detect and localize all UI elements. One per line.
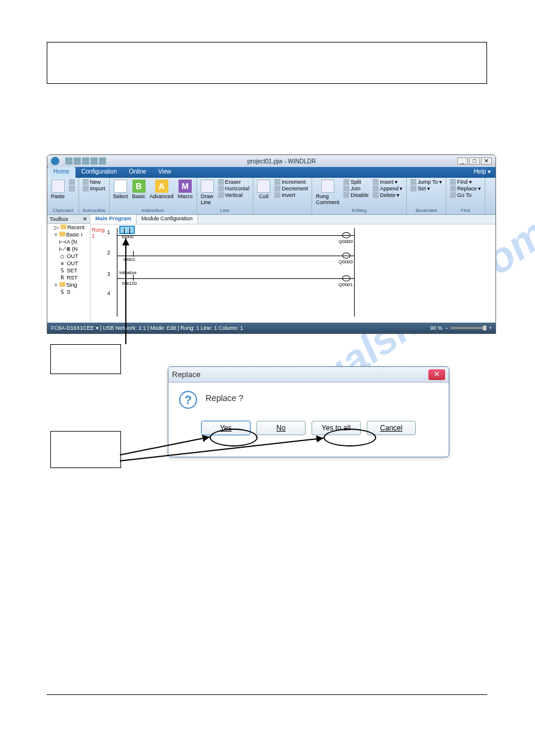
- status-text: FC6A-D16X1CEE ▾ | USB Network: 1:1 | Mod…: [51, 325, 243, 331]
- group-find-label: Find: [449, 207, 482, 213]
- import-button[interactable]: Import: [81, 186, 107, 192]
- qat-save-icon[interactable]: [65, 157, 72, 165]
- help-button[interactable]: Help ▾: [469, 167, 495, 178]
- find-button[interactable]: Find ▾: [449, 179, 482, 185]
- new-button[interactable]: New: [81, 179, 107, 185]
- increment-button[interactable]: Increment: [273, 179, 309, 185]
- contact-m8120[interactable]: M8120: [122, 275, 137, 283]
- group-subroutine-label: Subroutine: [81, 207, 107, 213]
- coil-q0001[interactable]: [342, 275, 350, 281]
- contact-label: I0000: [122, 234, 134, 239]
- toolbox-item[interactable]: R RST: [47, 274, 90, 281]
- toolbox-item-single[interactable]: ▿ Sing: [47, 281, 90, 289]
- invert-button[interactable]: Invert: [273, 192, 309, 198]
- rung-line: [117, 278, 354, 279]
- close-window-button[interactable]: ✕: [481, 157, 492, 165]
- dialog-close-button[interactable]: ✕: [428, 369, 445, 380]
- cut-button[interactable]: [68, 179, 76, 185]
- maximize-button[interactable]: □: [469, 157, 480, 165]
- split-button[interactable]: Split: [342, 179, 370, 185]
- zoom-in-button[interactable]: +: [489, 325, 492, 331]
- replace-icon: [450, 186, 456, 192]
- invert-icon: [274, 192, 280, 198]
- toolbox-item-basic[interactable]: ▿ Basic I: [47, 231, 90, 238]
- basic-button[interactable]: BBasic: [131, 179, 147, 200]
- disable-icon: [343, 192, 349, 198]
- new-icon: [83, 179, 89, 185]
- zoom-out-button[interactable]: −: [445, 325, 448, 331]
- qat-icon[interactable]: [99, 157, 106, 165]
- coil-label: Q0000: [338, 239, 353, 244]
- vertical-button[interactable]: Vertical: [217, 192, 251, 198]
- toolbox-item[interactable]: S S: [47, 289, 90, 296]
- jump-to-button[interactable]: Jump To ▾: [409, 179, 443, 185]
- insert-button[interactable]: Insert ▾: [371, 179, 404, 185]
- qat-icon[interactable]: [90, 157, 98, 165]
- toolbox-item[interactable]: ⊬⊣ B (N: [47, 245, 90, 253]
- rung-comment-button[interactable]: Rung Comment: [315, 179, 340, 206]
- group-coil-label: [256, 212, 309, 213]
- delete-button[interactable]: Delete ▾: [371, 192, 404, 198]
- ribbon: Paste Clipboard New Import Subroutine: [47, 178, 495, 215]
- group-bookmark-label: Bookmark: [409, 207, 443, 213]
- toolbox-item[interactable]: S SET: [47, 267, 90, 274]
- tab-main-program[interactable]: Main Program: [90, 215, 137, 224]
- set-bookmark-button[interactable]: Set ▾: [409, 186, 443, 192]
- tab-view[interactable]: View: [152, 167, 177, 178]
- yes-button[interactable]: Yes: [201, 421, 250, 435]
- tab-module-config[interactable]: Module Configuration: [137, 215, 198, 224]
- toolbox-item-recent[interactable]: ▷ Recent: [47, 224, 90, 231]
- find-icon: [450, 179, 456, 185]
- append-button[interactable]: Append ▾: [371, 186, 404, 192]
- rung-line: [117, 256, 354, 256]
- toolbox-panel: Toolbox✕ ▷ Recent ▿ Basic I ⊢⊣ A (N ⊬⊣ B…: [47, 215, 90, 323]
- select-button[interactable]: Select: [112, 179, 129, 200]
- paste-button[interactable]: Paste: [50, 179, 66, 200]
- tab-online[interactable]: Online: [123, 167, 152, 178]
- coil-q0000[interactable]: [342, 253, 350, 259]
- coil-outn-icon: ⊘: [59, 260, 65, 266]
- toolbox-close-icon[interactable]: ✕: [83, 216, 87, 222]
- yes-to-all-button[interactable]: Yes to all: [312, 421, 361, 435]
- app-window: project01.pjw - WINDLDR _ □ ✕ Home Confi…: [47, 154, 496, 334]
- replace-button[interactable]: Replace ▾: [449, 186, 482, 192]
- s-icon: S: [59, 289, 65, 295]
- toolbox-item[interactable]: ⊢⊣ A (N: [47, 238, 90, 245]
- qat-redo-icon[interactable]: [82, 157, 89, 165]
- minimize-button[interactable]: _: [457, 157, 468, 165]
- contact-no-icon: ⊢⊣: [59, 239, 65, 245]
- join-button[interactable]: Join: [342, 186, 370, 192]
- quick-access-toolbar[interactable]: [65, 157, 106, 165]
- callout-box-2: [50, 431, 121, 468]
- disable-button[interactable]: Disable: [342, 192, 370, 198]
- zoom-slider[interactable]: [451, 327, 486, 329]
- tab-configuration[interactable]: Configuration: [75, 167, 123, 178]
- folder-icon: [61, 224, 67, 229]
- copy-button[interactable]: [68, 186, 76, 192]
- decrement-button[interactable]: Decrement: [273, 186, 309, 192]
- macro-m-icon: M: [179, 180, 192, 193]
- coil-button[interactable]: Coil: [256, 179, 271, 200]
- horizontal-icon: [218, 186, 224, 192]
- contact-i0001[interactable]: I0001: [122, 251, 137, 259]
- qat-undo-icon[interactable]: [74, 157, 81, 165]
- titlebar: project01.pjw - WINDLDR _ □ ✕: [47, 155, 495, 167]
- contact-i0000[interactable]: I0000: [119, 226, 135, 234]
- eraser-button[interactable]: Eraser: [217, 179, 251, 185]
- no-button[interactable]: No: [256, 421, 306, 435]
- horizontal-button[interactable]: Horizontal: [217, 186, 251, 192]
- advanced-button[interactable]: AAdvanced: [149, 179, 175, 200]
- toolbox-item[interactable]: ○ OUT: [47, 253, 90, 260]
- ladder-editor[interactable]: Main Program Module Configuration Rung 1…: [90, 215, 495, 323]
- line-number: 1: [107, 229, 110, 235]
- goto-button[interactable]: Go To: [449, 192, 482, 198]
- macro-button[interactable]: MMacro: [177, 179, 194, 200]
- tab-home[interactable]: Home: [47, 167, 75, 178]
- comment-icon: [321, 180, 334, 193]
- toolbox-item[interactable]: ⊘ OUT: [47, 260, 90, 267]
- coil-label: Q0001: [338, 282, 353, 287]
- cancel-button[interactable]: Cancel: [367, 421, 416, 435]
- power-rail-right: [354, 228, 355, 317]
- coil-q0000[interactable]: [342, 232, 350, 238]
- draw-line-button[interactable]: Draw Line: [200, 179, 215, 206]
